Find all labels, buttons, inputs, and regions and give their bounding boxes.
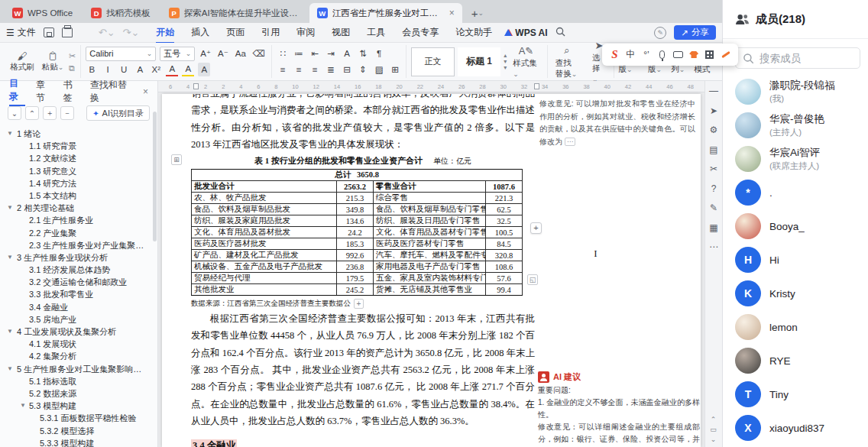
char-shading-button[interactable]: A	[198, 63, 210, 76]
align-center-button[interactable]: ≡	[293, 63, 305, 76]
outline-item[interactable]: 5.3.1 面板数据平稳性检验	[0, 412, 157, 424]
outline-item[interactable]: 3.2 交通运输仓储和邮政业	[0, 276, 157, 288]
page-down-button[interactable]: ⌄	[711, 436, 717, 443]
style-normal-chip[interactable]: 正文	[411, 47, 455, 76]
paste-button[interactable]: 📋︎粘贴⌄	[38, 50, 67, 73]
page-select-button[interactable]: ▭	[710, 426, 717, 433]
outline-item[interactable]: 5.3.2 模型选择	[0, 425, 157, 437]
shading-button[interactable]: ▨	[373, 63, 385, 76]
line-spacing-button[interactable]: ⇕	[357, 63, 369, 76]
member-row[interactable]: *.	[723, 176, 868, 209]
asset-table[interactable]: 总计 3650.8 批发业合计2563.2零售业合计1087.6农、林、牧产品批…	[191, 169, 523, 296]
adjust-icon[interactable]: ⚙	[710, 125, 718, 135]
outline-zoom-in-button[interactable]: ＋	[43, 106, 57, 120]
menu-tab-审阅[interactable]: 审阅	[289, 24, 322, 40]
highlight-button[interactable]: A	[182, 63, 194, 76]
stats-icon[interactable]: ▤	[709, 144, 717, 155]
clear-format-button[interactable]: ⌫	[251, 47, 267, 60]
sidebar-tab-章节[interactable]: 章节	[36, 79, 52, 105]
menu-tab-引用[interactable]: 引用	[254, 24, 287, 40]
margin-comment[interactable]: 修改意见: 可以增加对批发和零售业在经济中作用的分析，例如其对就业、税收和经济增…	[539, 98, 695, 148]
wps-ai-button[interactable]: WPS AI	[504, 28, 547, 38]
outline-item[interactable]: 1.2 文献综述	[0, 152, 157, 164]
app-tab[interactable]: WWPS Office	[5, 3, 80, 23]
outline-item[interactable]: ▼1 绪论	[0, 128, 157, 140]
caret-down-icon[interactable]: ▼	[7, 251, 13, 264]
tag-icon[interactable]: ▦	[709, 222, 717, 233]
outdent-button[interactable]: ⇤	[309, 47, 321, 60]
font-size-select[interactable]: 五号⌄	[160, 47, 195, 61]
menu-tab-开始[interactable]: 开始	[148, 24, 182, 40]
outline-item[interactable]: 1.4 研究方法	[0, 177, 157, 189]
tools-icon[interactable]: ✂	[710, 164, 717, 174]
outline-item[interactable]: 4.1 发展现状	[0, 338, 157, 350]
share-button[interactable]: ↗分享	[674, 25, 716, 40]
skin-center-icon[interactable]	[688, 48, 701, 62]
find-replace-button[interactable]: ⌕查找替换⌄	[552, 44, 581, 79]
menu-tab-工具[interactable]: 工具	[359, 24, 393, 40]
align-right-button[interactable]: ≡	[309, 63, 321, 76]
expand-footnote-icon[interactable]: +	[354, 299, 364, 309]
justify-button[interactable]: ≣	[325, 63, 337, 76]
borders-button[interactable]: ⊞	[389, 63, 401, 76]
select-cursor-icon[interactable]: ➤	[710, 105, 717, 116]
mark-button[interactable]: ¶	[373, 47, 385, 60]
grow-font-button[interactable]: A⁺	[199, 47, 212, 60]
style-set-button[interactable]: A✎样式集⌄	[510, 45, 542, 78]
member-row[interactable]: lemon	[723, 310, 868, 344]
app-tab[interactable]: W江西省生产性服务业对工业集聚...×	[309, 3, 462, 23]
indent-handle-left[interactable]	[193, 83, 199, 89]
member-row[interactable]: 华宸Ai智评(联席主持人)	[723, 142, 868, 176]
help-icon[interactable]: ?	[711, 183, 717, 194]
outline-item[interactable]: ▼5 生产性服务业对工业集聚影响的实...	[0, 363, 157, 375]
outline-item[interactable]: 3.1 经济发展总体趋势	[0, 264, 157, 276]
outline-item[interactable]: 1.3 研究意义	[0, 165, 157, 177]
comment-more-icon[interactable]: ⋯	[565, 138, 575, 146]
page-up-button[interactable]: ⌃	[711, 416, 717, 423]
style-gallery-scroll[interactable]: ▴▾▾	[504, 53, 507, 71]
caret-down-icon[interactable]: ▼	[7, 326, 13, 338]
table-expand-button[interactable]: ◱	[527, 274, 538, 285]
indent-button[interactable]: ⇥	[325, 47, 337, 60]
voice-input-icon[interactable]	[656, 48, 669, 62]
undo-icon[interactable]: ↶⌄	[99, 27, 115, 38]
sogou-logo-icon[interactable]: S	[608, 48, 621, 62]
app-tab[interactable]: D找稻壳模板	[83, 3, 158, 23]
menu-tab-插入[interactable]: 插入	[183, 24, 217, 40]
outline-item[interactable]: 1.5 本文结构	[0, 189, 157, 202]
align-left-button[interactable]: ≡	[277, 63, 289, 76]
close-tab-icon[interactable]: ×	[449, 8, 455, 18]
outline-item[interactable]: 3.5 房地产业	[0, 313, 157, 326]
menu-tab-视图[interactable]: 视图	[324, 24, 358, 40]
outline-item[interactable]: 5.2 数据来源	[0, 387, 157, 400]
member-row[interactable]: RYE	[723, 344, 868, 377]
print-preview-icon[interactable]	[80, 28, 91, 37]
redo-icon[interactable]: ↷⌄	[123, 27, 140, 38]
outline-item[interactable]: 2.3 生产性服务业对产业集聚的影...	[0, 239, 157, 251]
paragraph[interactable]: 根据江西省第三次全国经济普查主要数据公报可知：2013 年末，江西共有批发和零售…	[191, 310, 535, 429]
format-painter-button[interactable]: 🖌︎格式刷	[8, 50, 37, 73]
sort-button[interactable]: ⇅	[357, 47, 369, 60]
italic-button[interactable]: I	[102, 63, 114, 76]
bullets-button[interactable]: ∷	[277, 47, 289, 60]
table-add-row-button[interactable]: +	[530, 222, 542, 234]
outline-item[interactable]: 2.2 产业集聚	[0, 227, 157, 239]
numbering-button[interactable]: ≔	[293, 47, 305, 60]
member-row[interactable]: TTiny	[723, 377, 868, 411]
distribute-button[interactable]: ⊟	[341, 63, 353, 76]
paragraph[interactable]: 销售业属于流通性服务业，它影响着商业的营销效率，反映着广大消费群体的商品需求，是…	[191, 94, 535, 153]
smart-assistant-icon[interactable]	[719, 48, 732, 62]
caret-down-icon[interactable]: ▼	[7, 202, 13, 214]
command-search-button[interactable]	[555, 27, 565, 39]
cut-icon[interactable]: ✂	[69, 53, 76, 59]
menu-tab-论文助手[interactable]: 论文助手	[448, 24, 500, 40]
caret-down-icon[interactable]: ▼	[20, 400, 26, 412]
outline-item[interactable]: 4.2 集聚分析	[0, 350, 157, 362]
outline-expand-button[interactable]: ⌃	[25, 106, 39, 120]
document-page[interactable]: 销售业属于流通性服务业，它影响着商业的营销效率，反映着广大消费群体的商品需求，是…	[162, 94, 701, 447]
ai-suggestion-comment[interactable]: AI 建议 重要问题: 1. 金融业的定义不够全面，未涵盖金融业的多样性。 修改…	[538, 371, 700, 447]
caret-down-icon[interactable]: ▼	[7, 128, 13, 140]
member-row[interactable]: 华宸-曾俊艳(主持人)	[723, 109, 868, 142]
copy-icon[interactable]: ⧉	[69, 65, 76, 71]
section-heading[interactable]: 3.4 金融业	[191, 439, 237, 447]
